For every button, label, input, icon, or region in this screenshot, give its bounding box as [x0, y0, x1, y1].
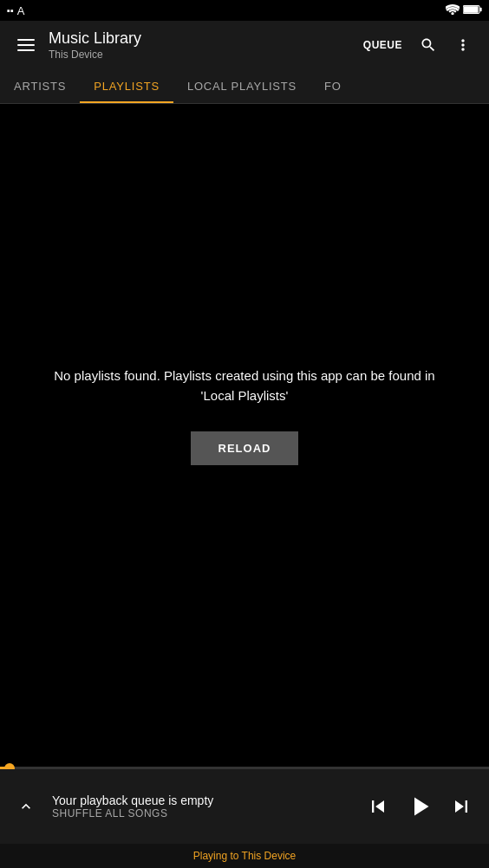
battery-icon: [463, 3, 482, 18]
queue-button[interactable]: QUEUE: [356, 34, 409, 56]
wifi-signal-icon: [446, 3, 460, 18]
player-info: Your playback queue is empty SHUFFLE ALL…: [0, 769, 489, 844]
empty-message: No playlists found. Playlists created us…: [36, 366, 453, 405]
main-content: No playlists found. Playlists created us…: [0, 104, 489, 728]
status-bar-right: [446, 3, 482, 18]
svg-rect-1: [479, 8, 481, 11]
menu-button[interactable]: [10, 29, 42, 61]
skip-previous-button[interactable]: [361, 789, 395, 824]
sim-icon: ▪▪: [7, 5, 14, 16]
playing-to-device-text: Playing to This Device: [193, 850, 297, 862]
music-library-title: Music Library: [49, 29, 349, 49]
tab-local-playlists[interactable]: LOCAL PLAYLISTS: [173, 69, 310, 103]
hamburger-icon: [17, 39, 35, 51]
status-bar-left: ▪▪ A: [7, 4, 24, 17]
skip-next-button[interactable]: [444, 789, 479, 824]
tab-playlists[interactable]: PLAYLISTS: [80, 69, 173, 103]
player-text: Your playback queue is empty SHUFFLE ALL…: [52, 794, 350, 819]
player-controls: [361, 789, 479, 824]
expand-button[interactable]: [10, 791, 42, 822]
status-bar: ▪▪ A: [0, 0, 489, 21]
wifi-icon: A: [17, 4, 25, 17]
tabs-container: ARTISTS PLAYLISTS LOCAL PLAYLISTS FO: [0, 69, 489, 104]
reload-button[interactable]: RELOAD: [191, 431, 299, 465]
player-bar: Your playback queue is empty SHUFFLE ALL…: [0, 769, 489, 844]
more-options-button[interactable]: [447, 29, 479, 61]
tab-fo[interactable]: FO: [310, 69, 355, 103]
track-title: Your playback queue is empty: [52, 794, 350, 807]
device-subtitle: This Device: [49, 49, 349, 61]
bottom-status: Playing to This Device: [0, 844, 489, 868]
app-bar: Music Library This Device QUEUE: [0, 21, 489, 69]
svg-rect-2: [464, 6, 479, 12]
search-button[interactable]: [413, 29, 444, 61]
app-bar-title: Music Library This Device: [49, 29, 349, 61]
track-subtitle: SHUFFLE ALL SONGS: [52, 807, 350, 819]
play-button[interactable]: [402, 789, 437, 824]
app-bar-actions: QUEUE: [356, 29, 479, 61]
tab-artists[interactable]: ARTISTS: [0, 69, 80, 103]
